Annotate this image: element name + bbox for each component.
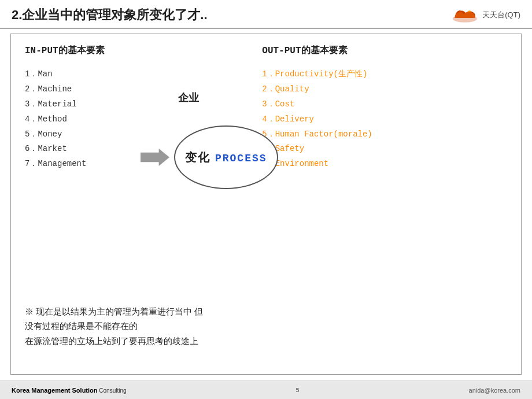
note-line-2: 没有过程的结果是不能存在的 bbox=[25, 319, 507, 334]
arrow-icon bbox=[141, 147, 169, 168]
list-item: 1．Man bbox=[25, 67, 250, 82]
output-list-item-2: 2．Quality bbox=[262, 82, 507, 97]
svg-marker-2 bbox=[141, 149, 169, 166]
svg-point-1 bbox=[468, 10, 471, 12]
list-item: 3．Material bbox=[25, 97, 250, 112]
output-list-item-4: 4．Delivery bbox=[262, 112, 507, 127]
process-oval: 变化 PROCESS bbox=[174, 125, 278, 189]
company-label: 企业 bbox=[178, 91, 199, 105]
bottom-note: ※ 现在是以结果为主的管理为着重进行当中 但 没有过程的结果是不能存在的 在源流… bbox=[25, 299, 507, 349]
output-list: 1．Productivity(生产性) 2．Quality 3．Cost 4．D… bbox=[262, 67, 507, 172]
page-title: 2.企业当中的管理对象所变化了才.. bbox=[12, 6, 208, 24]
two-column-layout: IN-PUT的基本要素 1．Man 2．Machine 3．Material 4… bbox=[25, 45, 507, 287]
footer-email: anida@korea.com bbox=[469, 387, 520, 394]
page-footer: Korea Management Solution Consulting 5 a… bbox=[0, 380, 532, 399]
output-list-item-7: 7．Environment bbox=[262, 157, 507, 172]
output-list-item-6: 6．Safety bbox=[262, 142, 507, 157]
output-list-item-5: 5．Human Factor(morale) bbox=[262, 127, 507, 142]
output-list-item-3: 3．Cost bbox=[262, 97, 507, 112]
note-line-3: 在源流管理的立场上站到了要再思考的歧途上 bbox=[25, 334, 507, 349]
shoe-icon bbox=[451, 6, 479, 24]
note-line-1: ※ 现在是以结果为主的管理为着重进行当中 但 bbox=[25, 305, 507, 319]
list-item: 2．Machine bbox=[25, 82, 250, 97]
logo-area: 天天台(QT) bbox=[451, 6, 520, 24]
input-section: IN-PUT的基本要素 1．Man 2．Machine 3．Material 4… bbox=[25, 45, 256, 287]
center-diagram: 企业 变化 PROCESS bbox=[141, 120, 291, 195]
logo-text: 天天台(QT) bbox=[482, 10, 520, 20]
oval-text: 变化 PROCESS bbox=[185, 150, 267, 165]
input-section-title: IN-PUT的基本要素 bbox=[25, 45, 250, 57]
page-header: 2.企业当中的管理对象所变化了才.. 天天台(QT) bbox=[0, 0, 532, 28]
output-list-item-1: 1．Productivity(生产性) bbox=[262, 67, 507, 82]
output-section-title: OUT-PUT的基本要素 bbox=[262, 45, 507, 57]
page-number: 5 bbox=[295, 387, 300, 394]
output-section: OUT-PUT的基本要素 1．Productivity(生产性) 2．Quali… bbox=[256, 45, 507, 287]
main-content-box: IN-PUT的基本要素 1．Man 2．Machine 3．Material 4… bbox=[10, 34, 522, 375]
footer-brand: Korea Management Solution Consulting bbox=[12, 387, 127, 394]
oval-container: 变化 PROCESS bbox=[174, 125, 278, 189]
